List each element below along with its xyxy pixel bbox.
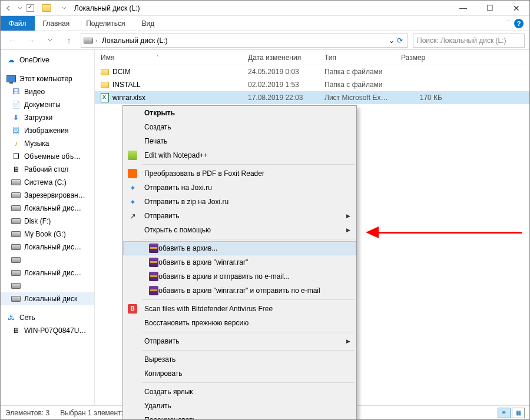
ribbon-tab-home[interactable]: Главная xyxy=(35,16,78,31)
sidebar-item-empty-2[interactable] xyxy=(1,279,94,292)
folder-icon xyxy=(42,4,51,12)
submenu-arrow-icon: ▶ xyxy=(346,338,350,344)
context-menu-item[interactable]: ✦Отправить в zip на Joxi.ru xyxy=(123,195,356,209)
drive-icon xyxy=(11,204,21,213)
context-menu-item[interactable]: Открыть с помощью▶ xyxy=(123,223,356,237)
context-menu-label: Edit with Notepad++ xyxy=(144,151,208,159)
breadcrumb-box[interactable]: › Локальный диск (L:) ⌄ ⟳ xyxy=(81,34,408,48)
context-menu-item[interactable]: Печать xyxy=(123,134,356,148)
context-menu-label: Отправить на Joxi.ru xyxy=(144,184,212,192)
sidebar-item-reserved[interactable]: Зарезервирован… xyxy=(1,189,94,202)
ribbon-tab-view[interactable]: Вид xyxy=(133,16,163,31)
column-date[interactable]: Дата изменения xyxy=(248,54,324,62)
ribbon-tab-file[interactable]: Файл xyxy=(1,16,35,31)
sort-arrow-icon: ⌃ xyxy=(155,55,160,60)
winrar-icon xyxy=(149,272,158,281)
notepadpp-icon xyxy=(128,151,137,160)
bitdefender-icon: B xyxy=(128,304,137,314)
qat-back-icon[interactable] xyxy=(3,3,14,14)
context-menu-item[interactable]: Edit with Notepad++ xyxy=(123,148,356,162)
context-menu-item[interactable]: Преобразовать в PDF в Foxit Reader xyxy=(123,166,356,181)
sidebar-onedrive[interactable]: ☁ OneDrive xyxy=(1,54,94,66)
file-type: Лист Microsoft Ex… xyxy=(324,94,401,102)
file-size: 170 КБ xyxy=(401,94,448,102)
file-date: 17.08.2019 22:03 xyxy=(248,94,324,102)
context-menu-item[interactable]: Переименовать xyxy=(123,413,356,420)
ribbon-tab-share[interactable]: Поделиться xyxy=(78,16,133,31)
context-menu-item[interactable]: ↗Отправить▶ xyxy=(123,209,356,223)
help-icon[interactable]: ? xyxy=(514,19,524,28)
sidebar-item-pictures[interactable]: 🖼Изображения xyxy=(1,124,94,137)
chevron-down-icon[interactable]: ⌄ xyxy=(389,36,395,45)
sidebar-this-pc[interactable]: Этот компьютер xyxy=(1,72,94,85)
context-menu-label: Вырезать xyxy=(144,355,175,364)
context-menu-item[interactable]: Копировать xyxy=(123,366,356,381)
sidebar-item-localdisk-2[interactable]: Локальный дис… xyxy=(1,241,94,254)
drive-icon xyxy=(11,216,21,226)
context-menu-item[interactable]: Открыть xyxy=(123,106,356,120)
file-row[interactable]: winrar.xlsx17.08.2019 22:03Лист Microsof… xyxy=(95,91,529,104)
sidebar-item-drive-c[interactable]: Система (C:) xyxy=(1,176,94,189)
sidebar-item-downloads[interactable]: ⬇Загрузки xyxy=(1,111,94,124)
qat-down-icon[interactable] xyxy=(15,3,25,14)
chevron-right-icon[interactable]: › xyxy=(95,38,97,44)
sidebar-item-video[interactable]: 🎞Видео xyxy=(1,85,94,98)
search-input[interactable]: Поиск: Локальный диск (L:) xyxy=(413,34,525,48)
view-details-button[interactable]: ≡ xyxy=(498,408,511,418)
sidebar-item-localdisk-l[interactable]: Локальный диск xyxy=(1,292,94,305)
sidebar-item-localdisk-3[interactable]: Локальный дис… xyxy=(1,266,94,279)
column-type[interactable]: Тип xyxy=(324,54,401,62)
navigation-sidebar: ☁ OneDrive Этот компьютер 🎞Видео 📄Докуме… xyxy=(1,50,95,410)
context-menu-separator xyxy=(142,239,355,239)
document-icon: 📄 xyxy=(11,100,21,109)
close-button[interactable]: ✕ xyxy=(503,1,529,15)
context-menu-item[interactable]: Добавить в архив... xyxy=(123,241,356,255)
sidebar-item-mybook-g[interactable]: My Book (G:) xyxy=(1,228,94,241)
context-menu-item[interactable]: Вырезать xyxy=(123,352,356,366)
context-menu-item[interactable]: Добавить в архив "winrar.rar" и отправит… xyxy=(123,284,356,298)
nav-forward-button[interactable]: → xyxy=(24,34,38,48)
sidebar-network[interactable]: 🖧Сеть xyxy=(1,311,94,324)
file-type: Папка с файлами xyxy=(324,81,401,89)
sidebar-item-disk-f[interactable]: Disk (F:) xyxy=(1,215,94,228)
collapse-ribbon-icon[interactable]: ˇ xyxy=(508,20,509,26)
column-name[interactable]: Имя⌃ xyxy=(101,54,248,62)
drive-icon xyxy=(84,38,93,44)
qat-checkbox-icon[interactable] xyxy=(26,4,34,12)
column-size[interactable]: Размер xyxy=(401,54,448,62)
sidebar-network-pc[interactable]: 🖥WIN-P07Q0847U… xyxy=(1,324,94,337)
context-menu-item[interactable]: Отправить▶ xyxy=(123,334,356,348)
context-menu-item[interactable]: ✦Отправить на Joxi.ru xyxy=(123,181,356,195)
status-selected: Выбран 1 элемент: xyxy=(60,409,123,417)
sidebar-item-3dobjects[interactable]: ❒Объемные объ… xyxy=(1,150,94,163)
view-large-button[interactable]: ▦ xyxy=(512,408,525,418)
context-menu-label: Создать xyxy=(144,123,171,131)
submenu-arrow-icon: ▶ xyxy=(346,213,350,219)
file-name: INSTALL xyxy=(112,81,141,89)
qat-dropdown-icon[interactable] xyxy=(59,3,69,14)
context-menu-item[interactable]: Восстановить прежнюю версию xyxy=(123,316,356,330)
sidebar-item-localdisk-1[interactable]: Локальный дис… xyxy=(1,202,94,215)
context-menu-item[interactable]: Создать ярлык xyxy=(123,385,356,399)
nav-back-button[interactable]: ← xyxy=(5,34,19,48)
context-menu-item[interactable]: Удалить xyxy=(123,399,356,413)
sidebar-item-music[interactable]: ♪Музыка xyxy=(1,137,94,150)
nav-up-button[interactable]: ↑ xyxy=(62,34,76,48)
sidebar-item-empty-1[interactable] xyxy=(1,254,94,266)
breadcrumb-location[interactable]: Локальный диск (L:) xyxy=(100,36,170,45)
file-row[interactable]: INSTALL02.02.2019 1:53Папка с файлами xyxy=(95,78,529,91)
file-row[interactable]: DCIM24.05.2019 0:03Папка с файлами xyxy=(95,65,529,78)
refresh-icon[interactable]: ⟳ xyxy=(397,36,403,45)
nav-history-dropdown[interactable] xyxy=(43,34,57,48)
context-menu-item[interactable]: Создать xyxy=(123,120,356,134)
sidebar-item-desktop[interactable]: 🖥Рабочий стол xyxy=(1,163,94,176)
context-menu-item[interactable]: Добавить в архив и отправить по e-mail..… xyxy=(123,269,356,284)
sidebar-item-documents[interactable]: 📄Документы xyxy=(1,98,94,111)
context-menu-item[interactable]: BScan files with Bitdefender Antivirus F… xyxy=(123,302,356,316)
drive-icon xyxy=(11,229,21,239)
file-type: Папка с файлами xyxy=(324,68,401,76)
minimize-button[interactable]: — xyxy=(450,1,476,15)
context-menu-item[interactable]: Добавить в архив "winrar.rar" xyxy=(123,255,356,269)
maximize-button[interactable]: ☐ xyxy=(476,1,503,15)
joxi-icon: ✦ xyxy=(128,197,137,206)
